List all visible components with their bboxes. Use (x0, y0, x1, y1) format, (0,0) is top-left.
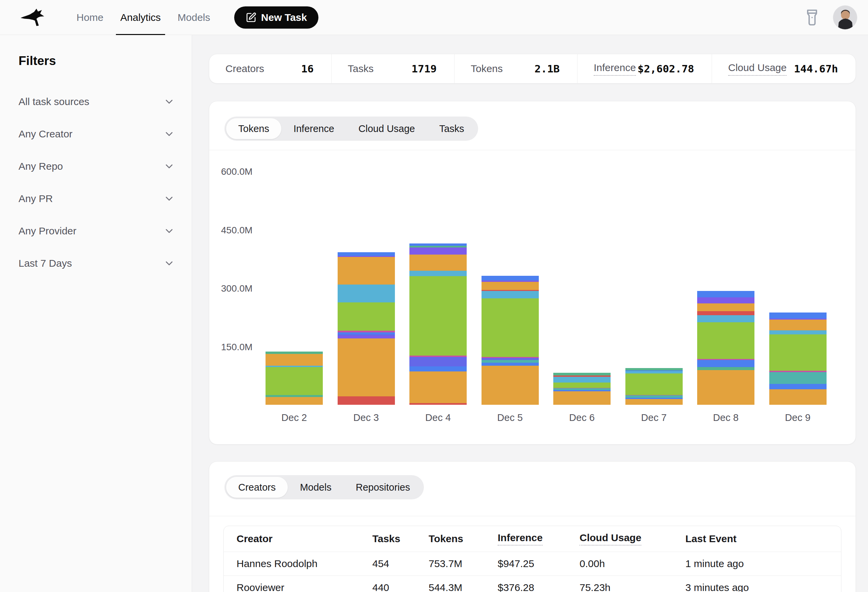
bar-segment-green (625, 373, 683, 395)
filter-label: Any Provider (19, 225, 77, 237)
stat-cloud-usage[interactable]: Cloud Usage144.67h (712, 54, 856, 83)
bar-segment-orange (553, 391, 611, 405)
stacked-bar-dec-8[interactable] (697, 291, 754, 405)
bar-segment-red (409, 403, 467, 405)
bar-segment-teal (769, 372, 827, 384)
bar-segment-seafoam (625, 368, 683, 370)
filter-dropdown-any-repo[interactable]: Any Repo (19, 150, 175, 183)
breakdown-tab-creators[interactable]: Creators (226, 477, 288, 498)
x-axis-label: Dec 9 (769, 412, 827, 423)
table-row[interactable]: Hannes Roodolph454753.7M$947.250.00h1 mi… (224, 552, 841, 576)
y-axis-tick: 450.0M (221, 225, 252, 236)
column-header-cloud-usage[interactable]: Cloud Usage (580, 532, 685, 546)
column-header-label: Tokens (429, 533, 463, 544)
user-avatar[interactable] (833, 5, 857, 29)
bar-segment-indigo (409, 357, 467, 367)
filter-label: Any Repo (19, 161, 63, 172)
filter-dropdown-any-pr[interactable]: Any PR (19, 183, 175, 215)
stacked-bar-dec-6[interactable] (553, 373, 611, 405)
flashlight-icon[interactable] (803, 9, 821, 26)
column-header-label: Inference (498, 532, 542, 546)
stacked-bar-dec-5[interactable] (481, 276, 539, 405)
stat-label: Inference (594, 62, 636, 76)
chevron-down-icon (164, 258, 175, 269)
bar-segment-teal (625, 395, 683, 398)
stat-tasks: Tasks1719 (332, 54, 455, 83)
nav-right (803, 5, 857, 29)
chart-metric-tabs: TokensInferenceCloud UsageTasks (224, 116, 478, 141)
breakdown-entity-tabs: CreatorsModelsRepositories (224, 475, 424, 499)
column-header-label: Cloud Usage (580, 532, 641, 546)
x-axis-label: Dec 5 (481, 412, 539, 423)
table-cell: 0.00h (580, 558, 685, 570)
bar-segment-orange (409, 371, 467, 404)
filter-dropdown-any-creator[interactable]: Any Creator (19, 118, 175, 150)
new-task-button[interactable]: New Task (234, 6, 319, 29)
bar-segment-purple (697, 297, 754, 304)
column-header-label: Last Event (685, 533, 737, 544)
bar-segment-green (266, 367, 323, 395)
chart-tab-inference[interactable]: Inference (281, 118, 346, 139)
bar-segment-green (481, 298, 539, 357)
table-cell: 75.23h (580, 582, 685, 592)
x-axis-label: Dec 4 (409, 412, 467, 423)
new-task-label: New Task (261, 12, 307, 23)
nav-item-models[interactable]: Models (169, 0, 219, 35)
y-axis-tick: 300.0M (221, 283, 252, 294)
breakdown-tab-repositories[interactable]: Repositories (344, 477, 422, 498)
bar-segment-seafoam (697, 367, 754, 370)
nav-item-home[interactable]: Home (68, 0, 112, 35)
bar-segment-orange (481, 282, 539, 290)
filter-label: Any PR (19, 193, 53, 205)
table-cell: 544.3M (429, 582, 498, 592)
stat-value: $2,602.78 (638, 63, 694, 75)
bar-segment-red (338, 396, 395, 405)
table-cell: 1 minute ago (685, 558, 841, 570)
bar-segment-blue (697, 291, 754, 297)
filter-dropdown-all-task-sources[interactable]: All task sources (19, 85, 175, 118)
bar-segment-orange (697, 303, 754, 311)
table-cell: 440 (372, 582, 429, 592)
stat-value: 16 (301, 63, 314, 75)
stat-inference[interactable]: Inference$2,602.78 (577, 54, 712, 83)
column-header-tasks: Tasks (372, 533, 429, 545)
chart-tab-cloud-usage[interactable]: Cloud Usage (346, 118, 427, 139)
stacked-bar-dec-4[interactable] (409, 243, 467, 405)
filter-dropdown-any-provider[interactable]: Any Provider (19, 215, 175, 247)
x-axis-label: Dec 3 (338, 412, 395, 423)
stats-bar: Creators16Tasks1719Tokens2.1BInference$2… (209, 54, 856, 84)
stacked-bar-dec-2[interactable] (266, 352, 323, 405)
bar-segment-orange (697, 370, 754, 405)
table-row[interactable]: Rooviewer440544.3M$376.2875.23h3 minutes… (224, 576, 841, 592)
table-tabs-row: CreatorsModelsRepositories (209, 462, 856, 516)
stat-label: Tokens (471, 63, 503, 74)
bar-segment-green (769, 334, 827, 371)
stacked-bar-dec-9[interactable] (769, 312, 827, 405)
chart-tab-tokens[interactable]: Tokens (226, 118, 281, 139)
bar-segment-sky (769, 330, 827, 334)
top-nav: HomeAnalyticsModels New Task (0, 0, 868, 35)
breakdown-tab-models[interactable]: Models (288, 477, 344, 498)
column-header-inference[interactable]: Inference (498, 532, 580, 546)
kangaroo-logo (20, 7, 49, 28)
creators-table: CreatorTasksTokensInferenceCloud UsageLa… (223, 526, 841, 592)
stacked-bar-dec-7[interactable] (625, 368, 683, 405)
chart-tab-tasks[interactable]: Tasks (427, 118, 476, 139)
bar-segment-orange (769, 320, 827, 330)
stacked-bar-dec-3[interactable] (338, 252, 395, 405)
y-axis-tick: 150.0M (221, 342, 252, 353)
bar-segment-sky (481, 291, 539, 298)
primary-nav: HomeAnalyticsModels (68, 0, 219, 35)
table-header-row: CreatorTasksTokensInferenceCloud UsageLa… (224, 526, 841, 552)
bar-segment-blue (409, 367, 467, 371)
filter-label: All task sources (19, 96, 89, 108)
nav-item-analytics[interactable]: Analytics (112, 0, 169, 35)
table-cell: 753.7M (429, 558, 498, 570)
chevron-down-icon (164, 96, 175, 108)
table-cell: $376.28 (498, 582, 580, 592)
filter-dropdown-last-7-days[interactable]: Last 7 Days (19, 247, 175, 280)
bar-segment-orange (338, 339, 395, 396)
bar-segment-teal (481, 360, 539, 363)
x-axis-label: Dec 8 (697, 412, 754, 423)
bar-segment-sky (625, 371, 683, 373)
